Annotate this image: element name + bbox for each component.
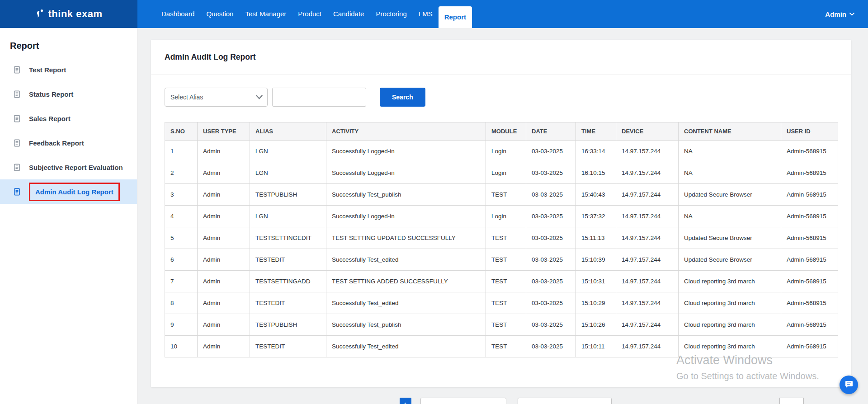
table-cell: Admin-568915 <box>781 314 838 336</box>
sidebar-item-label: Subjective Report Evaluation <box>29 164 123 171</box>
nav-tab-dashboard[interactable]: Dashboard <box>156 0 200 28</box>
status-report-icon <box>13 90 21 99</box>
table-cell: 14.97.157.244 <box>616 141 679 162</box>
column-header-alias: ALIAS <box>250 122 326 141</box>
table-row: 8AdminTESTEDITSuccessfully Test_editedTE… <box>165 292 838 314</box>
sidebar-item-feedback-report[interactable]: Feedback Report <box>0 131 137 155</box>
user-menu[interactable]: Admin <box>825 0 854 28</box>
table-cell: Admin <box>198 292 250 314</box>
nav-tab-test-manager[interactable]: Test Manager <box>239 0 292 28</box>
table-cell: TEST <box>486 227 526 249</box>
chat-button[interactable] <box>840 376 858 394</box>
card-header: Admin Audit Log Report <box>151 40 851 75</box>
admin-audit-log-report-icon <box>13 188 21 196</box>
table-cell: 15:10:39 <box>576 249 616 271</box>
table-cell: Cloud reporting 3rd march <box>679 292 781 314</box>
table-cell: NA <box>679 162 781 184</box>
table-cell: Admin <box>198 206 250 227</box>
column-header-date: DATE <box>526 122 576 141</box>
table-cell: 15:10:31 <box>576 271 616 292</box>
table-cell: TEST SETTING ADDED SUCCESSFULLY <box>326 271 486 292</box>
table-cell: Updated Secure Browser <box>679 184 781 206</box>
nav-tab-lms[interactable]: LMS <box>413 0 439 28</box>
column-header-s-no: S.NO <box>165 122 198 141</box>
pagination-range-select[interactable] <box>518 398 612 404</box>
sidebar-title: Report <box>0 28 137 57</box>
table-cell: 14.97.157.244 <box>616 314 679 336</box>
table-cell: 14.97.157.244 <box>616 184 679 206</box>
table-cell: 4 <box>165 206 198 227</box>
table-cell: 14.97.157.244 <box>616 206 679 227</box>
search-input[interactable] <box>272 88 366 107</box>
nav-tab-product[interactable]: Product <box>292 0 327 28</box>
corner-box[interactable] <box>779 398 804 404</box>
table-row: 2AdminLGNSuccessfully Logged-inLogin03-0… <box>165 162 838 184</box>
sidebar-item-admin-audit-log-report[interactable]: Admin Audit Log Report <box>0 179 137 204</box>
table-cell: 03-03-2025 <box>526 206 576 227</box>
table-cell: Login <box>486 162 526 184</box>
table-cell: NA <box>679 141 781 162</box>
table-cell: TESTPUBLISH <box>250 184 326 206</box>
search-button[interactable]: Search <box>380 88 425 107</box>
table-cell: 8 <box>165 292 198 314</box>
table-cell: 15:40:43 <box>576 184 616 206</box>
table-cell: Successfully Logged-in <box>326 206 486 227</box>
table-cell: 7 <box>165 271 198 292</box>
table-cell: LGN <box>250 206 326 227</box>
table-cell: Successfully Test_edited <box>326 249 486 271</box>
table-cell: Cloud reporting 3rd march <box>679 271 781 292</box>
brand-icon <box>35 9 44 19</box>
nav-tab-question[interactable]: Question <box>200 0 239 28</box>
page-title: Admin Audit Log Report <box>165 52 256 62</box>
table-cell: TEST <box>486 249 526 271</box>
sidebar-item-label: Sales Report <box>29 115 71 122</box>
brand-logo[interactable]: think exam <box>0 0 137 28</box>
column-header-content-name: CONTENT NAME <box>679 122 781 141</box>
table-row: 3AdminTESTPUBLISHSuccessfully Test_publi… <box>165 184 838 206</box>
column-header-activity: ACTIVITY <box>326 122 486 141</box>
table-cell: LGN <box>250 162 326 184</box>
pagination-control-box[interactable] <box>420 398 506 404</box>
subjective-report-evaluation-icon <box>13 163 21 172</box>
table-cell: Updated Secure Browser <box>679 227 781 249</box>
table-cell: 03-03-2025 <box>526 227 576 249</box>
table-cell: Admin <box>198 227 250 249</box>
sidebar-item-label: Admin Audit Log Report <box>29 183 120 201</box>
sidebar-item-test-report[interactable]: Test Report <box>0 57 137 82</box>
nav-tab-report[interactable]: Report <box>439 6 472 28</box>
table-cell: Admin-568915 <box>781 162 838 184</box>
nav-tab-proctoring[interactable]: Proctoring <box>370 0 412 28</box>
table-cell: Admin <box>198 184 250 206</box>
sidebar-item-sales-report[interactable]: Sales Report <box>0 106 137 131</box>
table-row: 10AdminTESTEDITSuccessfully Test_editedT… <box>165 336 838 357</box>
table-cell: 03-03-2025 <box>526 292 576 314</box>
nav-tab-candidate[interactable]: Candidate <box>327 0 370 28</box>
table-cell: 03-03-2025 <box>526 314 576 336</box>
table-cell: Successfully Test_publish <box>326 184 486 206</box>
table-cell: 14.97.157.244 <box>616 271 679 292</box>
table-cell: 10 <box>165 336 198 357</box>
table-cell: Successfully Logged-in <box>326 162 486 184</box>
table-cell: 15:10:26 <box>576 314 616 336</box>
table-cell: Admin-568915 <box>781 206 838 227</box>
table-cell: 1 <box>165 141 198 162</box>
sidebar-item-status-report[interactable]: Status Report <box>0 82 137 106</box>
sidebar-item-label: Test Report <box>29 66 66 74</box>
user-name: Admin <box>825 10 846 18</box>
table-cell: Admin <box>198 162 250 184</box>
table-cell: 14.97.157.244 <box>616 227 679 249</box>
page-number-button[interactable]: 1 <box>400 398 411 404</box>
table-header: S.NOUSER TYPEALIASACTIVITYMODULEDATETIME… <box>165 122 838 141</box>
chat-icon <box>844 381 854 389</box>
column-header-time: TIME <box>576 122 616 141</box>
table-cell: 03-03-2025 <box>526 271 576 292</box>
alias-select[interactable]: Select Alias <box>165 88 268 107</box>
table-cell: Successfully Test_edited <box>326 336 486 357</box>
table-cell: 03-03-2025 <box>526 336 576 357</box>
table-cell: 15:11:13 <box>576 227 616 249</box>
table-cell: Admin-568915 <box>781 249 838 271</box>
test-report-icon <box>13 66 21 74</box>
table-cell: Admin <box>198 141 250 162</box>
sidebar-item-subjective-report-evaluation[interactable]: Subjective Report Evaluation <box>0 155 137 179</box>
main-content: Admin Audit Log Report Select Alias Sear… <box>137 28 868 404</box>
